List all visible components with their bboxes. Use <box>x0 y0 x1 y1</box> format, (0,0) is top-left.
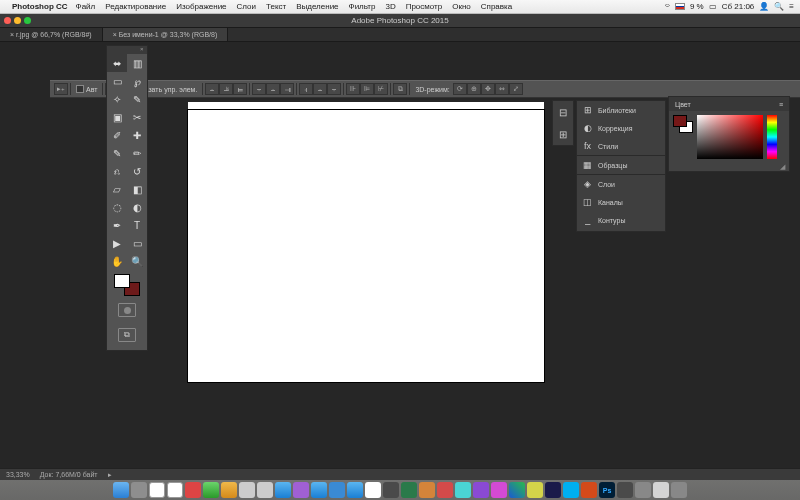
battery-icon[interactable]: ▭ <box>709 2 717 11</box>
minimize-window-button[interactable] <box>14 17 21 24</box>
dock-app-31[interactable] <box>671 482 687 498</box>
dock-app-30[interactable] <box>653 482 669 498</box>
close-window-button[interactable] <box>4 17 11 24</box>
menu-3d[interactable]: 3D <box>385 2 395 11</box>
panel-menu-icon[interactable]: ≡ <box>779 101 783 108</box>
dock-app-3[interactable] <box>167 482 183 498</box>
pencil-tool[interactable]: ✏ <box>127 144 147 162</box>
dock-app-28[interactable] <box>617 482 633 498</box>
panel-paths[interactable]: ⎯Контуры <box>577 211 665 229</box>
marquee-tool[interactable]: ▭ <box>107 72 127 90</box>
dock-app-29[interactable] <box>635 482 651 498</box>
color-fg-swatch[interactable] <box>673 115 687 127</box>
eyedropper-tool[interactable]: ✐ <box>107 126 127 144</box>
menu-окно[interactable]: Окно <box>452 2 471 11</box>
auto-select-checkbox[interactable] <box>76 85 84 93</box>
history-panel-icon[interactable]: ⊟ <box>553 101 573 123</box>
history-brush-tool[interactable]: ↺ <box>127 162 147 180</box>
dock-app-17[interactable] <box>419 482 435 498</box>
dock-app-27[interactable]: Ps <box>599 482 615 498</box>
dist-bottom-button[interactable]: ⫟ <box>327 83 341 95</box>
search-icon[interactable]: 🔍 <box>774 2 784 11</box>
dock-app-11[interactable] <box>311 482 327 498</box>
move-tool-preset[interactable]: ▸₊ <box>54 83 68 95</box>
magic-wand-tool[interactable]: ✧ <box>107 90 127 108</box>
color-swatches[interactable] <box>114 274 140 296</box>
color-panel[interactable]: Цвет ≡ ◢ <box>668 96 790 172</box>
color-field[interactable] <box>697 115 763 159</box>
3d-slide-button[interactable]: ⇔ <box>495 83 509 95</box>
eraser-tool[interactable]: ▱ <box>107 180 127 198</box>
dock-app-1[interactable] <box>131 482 147 498</box>
foreground-swatch[interactable] <box>114 274 130 288</box>
dist-hcenter-button[interactable]: ⊫ <box>360 83 374 95</box>
align-hcenter-button[interactable]: ⫡ <box>219 83 233 95</box>
dock-app-0[interactable] <box>113 482 129 498</box>
quick-mask-button[interactable] <box>118 303 136 317</box>
panel-styles[interactable]: fxСтили <box>577 137 665 155</box>
crop-tool[interactable]: ▣ <box>107 108 127 126</box>
brush-tool[interactable]: ✎ <box>107 144 127 162</box>
quick-select-tool[interactable]: ✎ <box>127 90 147 108</box>
panel-libraries[interactable]: ⊞Библиотеки <box>577 101 665 119</box>
hue-slider[interactable] <box>767 115 777 159</box>
doc-tab-0[interactable]: × r.jpg @ 66,7% (RGB/8#) <box>0 28 103 41</box>
status-arrow-icon[interactable]: ▸ <box>108 471 112 479</box>
menu-просмотр[interactable]: Просмотр <box>406 2 443 11</box>
3d-pan-button[interactable]: ✥ <box>481 83 495 95</box>
dock-app-12[interactable] <box>329 482 345 498</box>
dist-left-button[interactable]: ⊪ <box>346 83 360 95</box>
panel-adjustments[interactable]: ◐Коррекция <box>577 119 665 137</box>
slice-tool[interactable]: ✂ <box>127 108 147 126</box>
properties-panel-icon[interactable]: ⊞ <box>553 123 573 145</box>
gradient-tool[interactable]: ◧ <box>127 180 147 198</box>
resize-handle-icon[interactable]: ◢ <box>780 163 785 171</box>
path-select-tool[interactable]: ▶ <box>107 234 127 252</box>
align-bottom-button[interactable]: ⫣ <box>280 83 294 95</box>
wifi-icon[interactable]: ⌔ <box>665 2 670 11</box>
dock-app-18[interactable] <box>437 482 453 498</box>
align-right-button[interactable]: ⫢ <box>233 83 247 95</box>
panel-channels[interactable]: ◫Каналы <box>577 193 665 211</box>
align-vcenter-button[interactable]: ⫠ <box>266 83 280 95</box>
dock-app-26[interactable] <box>581 482 597 498</box>
3d-roll-button[interactable]: ⊕ <box>467 83 481 95</box>
dock-app-8[interactable] <box>257 482 273 498</box>
zoom-tool[interactable]: 🔍 <box>127 252 147 270</box>
canvas[interactable] <box>188 110 544 382</box>
menu-файл[interactable]: Файл <box>76 2 96 11</box>
shape-tool[interactable]: ▭ <box>127 234 147 252</box>
hand-tool[interactable]: ✋ <box>107 252 127 270</box>
toolbox[interactable]: × ⬌▥▭℘✧✎▣✂✐✚✎✏⎌↺▱◧◌◐✒T▶▭✋🔍 ⧉ <box>106 45 148 351</box>
doc-size[interactable]: Док: 7,66М/0 байт <box>40 471 98 478</box>
align-top-button[interactable]: ⫟ <box>252 83 266 95</box>
dock-app-10[interactable] <box>293 482 309 498</box>
dock-app-14[interactable] <box>365 482 381 498</box>
toolbox-collapse-icon[interactable]: × <box>140 47 145 52</box>
notification-icon[interactable]: ≡ <box>789 2 794 11</box>
zoom-level[interactable]: 33,33% <box>6 471 30 478</box>
panel-swatches[interactable]: ▦Образцы <box>577 156 665 174</box>
menu-изображение[interactable]: Изображение <box>176 2 226 11</box>
menu-выделение[interactable]: Выделение <box>296 2 338 11</box>
dodge-tool[interactable]: ◐ <box>127 198 147 216</box>
blur-tool[interactable]: ◌ <box>107 198 127 216</box>
zoom-window-button[interactable] <box>24 17 31 24</box>
3d-scale-button[interactable]: ⤢ <box>509 83 523 95</box>
user-icon[interactable]: 👤 <box>759 2 769 11</box>
menu-фильтр[interactable]: Фильтр <box>349 2 376 11</box>
close-tab-icon[interactable]: × <box>113 31 117 38</box>
panel-layers[interactable]: ◈Слои <box>577 175 665 193</box>
dock-app-2[interactable] <box>149 482 165 498</box>
dock-app-7[interactable] <box>239 482 255 498</box>
artboard-tool[interactable]: ▥ <box>127 54 147 72</box>
move-tool[interactable]: ⬌ <box>107 54 127 72</box>
clone-tool[interactable]: ⎌ <box>107 162 127 180</box>
menu-редактирование[interactable]: Редактирование <box>105 2 166 11</box>
dock-app-24[interactable] <box>545 482 561 498</box>
screen-mode-button[interactable]: ⧉ <box>118 328 136 342</box>
dock-app-23[interactable] <box>527 482 543 498</box>
type-tool[interactable]: T <box>127 216 147 234</box>
dock-app-15[interactable] <box>383 482 399 498</box>
dock-app-5[interactable] <box>203 482 219 498</box>
